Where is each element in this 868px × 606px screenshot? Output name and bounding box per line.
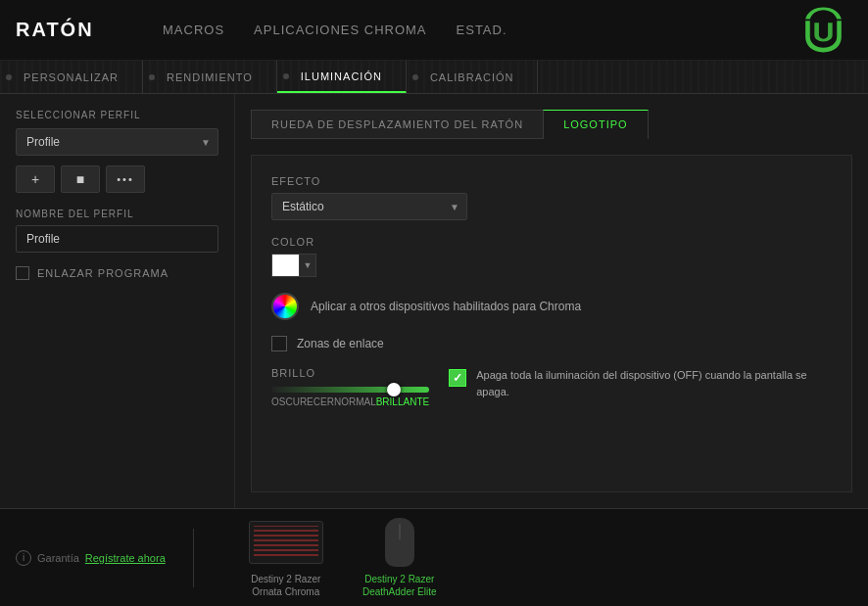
profile-select-wrapper: Profile ▼ <box>16 128 218 156</box>
efecto-label: EFECTO <box>271 175 832 187</box>
brightness-desc: Apaga toda la iluminación del dispositiv… <box>476 367 832 399</box>
device-keyboard[interactable]: Destiny 2 Razer Ornata Chroma <box>237 518 335 598</box>
label-oscurecer: OSCURECER <box>271 396 334 407</box>
select-profile-label: SELECCIONAR PERFIL <box>16 110 218 120</box>
brightness-container: BRILLO OSCURECER NORMAL BRILLANTE ✓ <box>271 367 832 407</box>
mouse-image <box>385 518 414 567</box>
slider-labels: OSCURECER NORMAL BRILLANTE <box>271 396 429 407</box>
bottom-bar: i Garantía Regístrate ahora Destiny 2 Ra… <box>0 508 868 606</box>
content-area: RUEDA DE DESPLAZAMIENTO DEL RATÓN LOGOTI… <box>235 94 868 508</box>
effect-select[interactable]: Estático <box>271 193 467 220</box>
profile-name-input[interactable] <box>16 225 218 253</box>
subnav-personalizar[interactable]: PERSONALIZAR <box>0 61 143 93</box>
subnav: PERSONALIZAR RENDIMIENTO ILUMINACIÓN CAL… <box>0 61 868 94</box>
chroma-text: Aplicar a otros dispositivos habilitados… <box>311 300 581 313</box>
app-title: RATóN <box>16 19 123 41</box>
tab-bar: RUEDA DE DESPLAZAMIENTO DEL RATÓN LOGOTI… <box>251 110 852 139</box>
brillo-label: BRILLO <box>271 367 429 379</box>
color-swatch[interactable] <box>271 254 299 277</box>
link-program-checkbox[interactable] <box>16 266 29 280</box>
separator <box>193 529 194 587</box>
brightness-checkbox[interactable]: ✓ <box>449 369 466 387</box>
nav-chroma[interactable]: APLICACIONES CHROMA <box>254 19 426 41</box>
nav-macros[interactable]: MACROS <box>163 19 224 41</box>
keyboard-image <box>249 521 323 564</box>
link-program-row[interactable]: ENLAZAR PROGRAMA <box>16 266 218 280</box>
check-icon: ✓ <box>453 371 462 385</box>
razer-logo <box>794 6 852 55</box>
color-picker-button[interactable]: ▼ <box>271 254 832 277</box>
efecto-section: EFECTO Estático ▼ <box>271 175 832 220</box>
label-normal: NORMAL <box>334 396 376 407</box>
devices-list: Destiny 2 Razer Ornata Chroma Destiny 2 … <box>237 518 449 598</box>
delete-profile-button[interactable]: ■ <box>61 165 100 193</box>
tab-scroll-wheel[interactable]: RUEDA DE DESPLAZAMIENTO DEL RATÓN <box>251 110 543 139</box>
color-label: COLOR <box>271 236 832 248</box>
device-mouse[interactable]: Destiny 2 Razer DeathAdder Elite <box>351 518 449 598</box>
profile-select[interactable]: Profile <box>16 128 218 156</box>
brightness-slider[interactable] <box>271 387 429 393</box>
subnav-rendimiento[interactable]: RENDIMIENTO <box>143 61 277 93</box>
subnav-iluminacion[interactable]: ILUMINACIÓN <box>277 61 407 93</box>
header: RATóN MACROS APLICACIONES CHROMA ESTAD. <box>0 0 868 61</box>
link-program-label: ENLAZAR PROGRAMA <box>37 267 169 279</box>
razer-logo-svg <box>796 3 850 57</box>
keyboard-thumbnail <box>247 518 325 567</box>
profile-actions: + ■ ••• <box>16 165 218 193</box>
add-profile-button[interactable]: + <box>16 165 55 193</box>
nav-stats[interactable]: ESTAD. <box>457 19 507 41</box>
header-nav: MACROS APLICACIONES CHROMA ESTAD. <box>163 19 794 41</box>
keyboard-label: Destiny 2 Razer Ornata Chroma <box>237 573 335 598</box>
effect-select-wrapper: Estático ▼ <box>271 193 467 220</box>
color-section: COLOR ▼ <box>271 236 832 277</box>
register-link[interactable]: Regístrate ahora <box>85 552 166 564</box>
main-area: SELECCIONAR PERFIL Profile ▼ + ■ ••• NOM… <box>0 94 868 508</box>
brightness-right: ✓ Apaga toda la iluminación del disposit… <box>449 367 832 399</box>
tab-logotipo[interactable]: LOGOTIPO <box>543 110 648 139</box>
mouse-label: Destiny 2 Razer DeathAdder Elite <box>351 573 449 598</box>
zones-label: Zonas de enlace <box>297 337 384 350</box>
profile-name-label: NOMBRE DEL PERFIL <box>16 209 218 219</box>
guarantee-section: i Garantía Regístrate ahora <box>16 550 166 566</box>
guarantee-label: Garantía <box>37 552 79 564</box>
zones-row[interactable]: Zonas de enlace <box>271 336 832 351</box>
color-dropdown-arrow[interactable]: ▼ <box>299 254 316 277</box>
chroma-row: Aplicar a otros dispositivos habilitados… <box>271 293 832 320</box>
slider-thumb[interactable] <box>387 383 401 396</box>
mouse-thumbnail <box>361 518 439 567</box>
label-brillante: BRILLANTE <box>376 396 429 407</box>
more-profile-button[interactable]: ••• <box>106 165 145 193</box>
info-icon: i <box>16 550 31 566</box>
panel: EFECTO Estático ▼ COLOR ▼ Apli <box>251 155 852 492</box>
brightness-slider-col: BRILLO OSCURECER NORMAL BRILLANTE <box>271 367 429 407</box>
slider-track <box>271 387 429 393</box>
subnav-calibracion[interactable]: CALIBRACIÓN <box>407 61 539 93</box>
sidebar: SELECCIONAR PERFIL Profile ▼ + ■ ••• NOM… <box>0 94 235 508</box>
zones-checkbox[interactable] <box>271 336 287 351</box>
chroma-icon[interactable] <box>271 293 299 320</box>
